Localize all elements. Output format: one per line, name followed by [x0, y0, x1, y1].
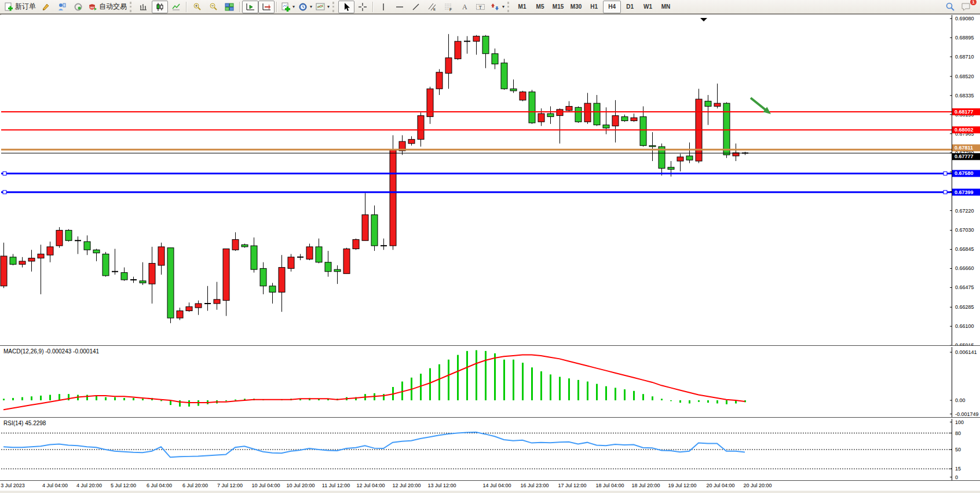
macd-value: -0.000243: [45, 348, 71, 355]
vertical-line-tool-button[interactable]: [375, 1, 392, 13]
search-button[interactable]: [942, 1, 958, 13]
new-order-icon: [4, 2, 13, 12]
svg-text:E: E: [433, 8, 436, 11]
svg-text:A: A: [462, 3, 467, 11]
timeframe-M1[interactable]: M1: [513, 1, 531, 13]
crosshair-tool-button[interactable]: [354, 1, 371, 13]
indicators-dropdown-caret[interactable]: ▾: [292, 4, 295, 9]
new-order-button[interactable]: 新订单: [2, 1, 38, 13]
auto-trading-icon: [88, 2, 97, 12]
zoom-in-button[interactable]: [189, 1, 205, 13]
time-axis-label: 10 Jul 20:00: [286, 483, 315, 488]
zoom-out-button[interactable]: [205, 1, 221, 13]
crosshair-icon: [358, 2, 367, 12]
time-axis-label: 20 Jul 04:00: [706, 483, 734, 488]
cursor-icon: [342, 2, 350, 12]
time-axis-label: 16 Jul 23:00: [520, 483, 548, 488]
svg-text:100: 100: [955, 419, 964, 425]
auto-trading-button[interactable]: 自动交易: [86, 1, 129, 13]
template-icon: [316, 2, 325, 12]
timeframe-H4[interactable]: H4: [603, 1, 621, 13]
chart-shift-button[interactable]: [258, 1, 275, 13]
toolbar-separator: [372, 2, 374, 12]
zoom-out-icon: [209, 2, 218, 12]
line-chart-button[interactable]: [168, 1, 184, 13]
bar-chart-icon: [139, 2, 148, 12]
timeframe-W1[interactable]: W1: [639, 1, 657, 13]
text-label-tool-button[interactable]: T: [473, 1, 489, 13]
svg-text:0.66845: 0.66845: [955, 246, 974, 252]
navigator-button[interactable]: [70, 1, 86, 13]
time-axis-label: 4 Jul 20:00: [76, 483, 102, 488]
candlestick-chart-button[interactable]: [152, 1, 168, 13]
svg-text:0.66475: 0.66475: [955, 284, 974, 290]
tile-windows-button[interactable]: [221, 1, 237, 13]
timeframe-M30[interactable]: M30: [567, 1, 585, 13]
toolbar-grip[interactable]: [507, 2, 511, 12]
styler-button[interactable]: [38, 1, 54, 13]
templates-dropdown-caret[interactable]: ▾: [327, 4, 330, 9]
text-icon: A: [460, 2, 469, 12]
periods-button[interactable]: ▾: [297, 1, 314, 13]
svg-text:0.69080: 0.69080: [955, 16, 974, 21]
fibonacci-icon: F: [444, 2, 453, 12]
time-axis-label: 12 Jul 20:00: [392, 483, 420, 488]
toolbar-grip[interactable]: [332, 2, 336, 12]
rsi-plot: 1008050150: [0, 419, 980, 480]
arrows-dropdown-caret[interactable]: ▾: [502, 4, 504, 9]
toolbar-separator: [239, 2, 240, 12]
rsi-pane[interactable]: RSI(14) 45.2298 1008050150: [0, 419, 980, 480]
time-axis-label: 11 Jul 12:00: [322, 483, 350, 488]
macd-pane[interactable]: MACD(12,26,9) -0.000243 -0.000141 0.0061…: [0, 347, 980, 417]
timeframe-M5[interactable]: M5: [531, 1, 549, 13]
bar-chart-button[interactable]: [136, 1, 152, 13]
channel-tool-button[interactable]: E: [424, 1, 440, 13]
timeframe-M15[interactable]: M15: [549, 1, 567, 13]
time-axis-label: 5 Jul 12:00: [111, 483, 136, 488]
periods-dropdown-caret[interactable]: ▾: [310, 4, 312, 9]
svg-text:0.68002: 0.68002: [955, 127, 974, 133]
candlestick-icon: [155, 2, 164, 12]
svg-text:0.006141: 0.006141: [955, 349, 977, 355]
candlestick-plot[interactable]: 0.690800.688950.687100.685200.683350.681…: [0, 15, 980, 345]
time-axis-label: 7 Jul 12:00: [217, 483, 243, 488]
toolbar-separator: [186, 2, 187, 12]
timeframe-bar: M1M5M15M30H1H4D1W1MN: [513, 1, 675, 13]
auto-scroll-icon: [245, 2, 255, 12]
time-axis-label: 20 Jul 20:00: [743, 483, 771, 488]
toolbar-grip[interactable]: [130, 2, 133, 12]
time-axis[interactable]: 3 Jul 20234 Jul 04:004 Jul 20:005 Jul 12…: [0, 480, 980, 491]
text-tool-button[interactable]: A: [456, 1, 473, 13]
svg-text:50: 50: [955, 447, 961, 452]
svg-text:0.66285: 0.66285: [955, 304, 974, 310]
notifications-button[interactable]: 1: [958, 1, 974, 13]
auto-trading-label: 自动交易: [99, 2, 127, 12]
new-order-label: 新订单: [15, 2, 36, 12]
svg-text:0.67777: 0.67777: [955, 154, 974, 159]
timeframe-MN[interactable]: MN: [657, 1, 675, 13]
trendline-tool-button[interactable]: [408, 1, 424, 13]
equidistant-channel-icon: E: [427, 2, 437, 12]
price-pane[interactable]: 0.690800.688950.687100.685200.683350.681…: [0, 15, 980, 345]
timeframe-H1[interactable]: H1: [585, 1, 603, 13]
indicators-icon: [281, 2, 290, 12]
navigator-icon: [74, 2, 83, 12]
macd-signal-value: -0.000141: [73, 348, 99, 355]
data-window-button[interactable]: [54, 1, 70, 13]
templates-button[interactable]: ▾: [314, 1, 331, 13]
cursor-tool-button[interactable]: [338, 1, 354, 13]
timeframe-D1[interactable]: D1: [621, 1, 639, 13]
time-axis-label: 6 Jul 04:00: [147, 483, 172, 488]
time-axis-label: 19 Jul 12:00: [668, 483, 696, 488]
svg-text:15: 15: [955, 466, 961, 472]
svg-text:80: 80: [955, 430, 961, 436]
svg-text:0.67399: 0.67399: [955, 189, 974, 195]
arrows-tool-button[interactable]: ▾: [489, 1, 506, 13]
fibonacci-tool-button[interactable]: F: [440, 1, 456, 13]
auto-scroll-button[interactable]: [242, 1, 258, 13]
horizontal-line-tool-button[interactable]: [392, 1, 408, 13]
svg-text:0.00: 0.00: [955, 397, 966, 403]
time-axis-label: 17 Jul 12:00: [558, 483, 586, 488]
indicators-button[interactable]: ▾: [279, 1, 297, 13]
svg-text:0.67220: 0.67220: [955, 208, 974, 214]
